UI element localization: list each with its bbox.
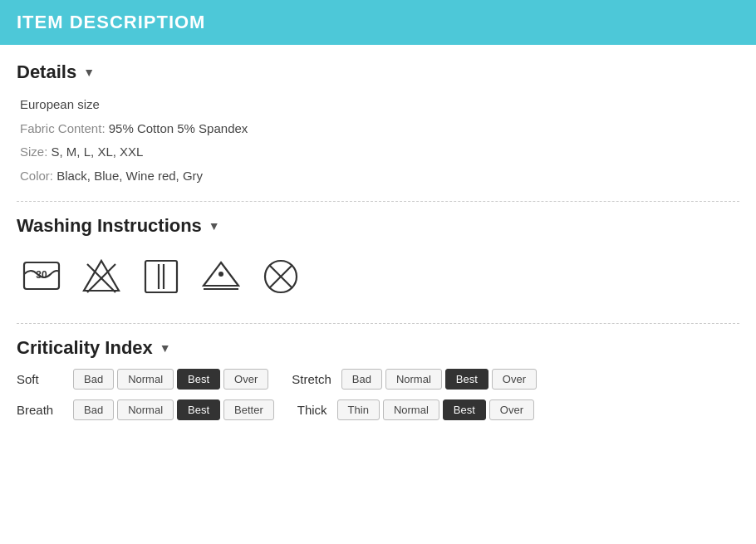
dry-icon bbox=[140, 255, 183, 298]
details-arrow-icon[interactable]: ▼ bbox=[83, 66, 95, 79]
svg-point-10 bbox=[218, 272, 223, 277]
divider-1 bbox=[17, 201, 739, 202]
breath-best-btn[interactable]: Best bbox=[177, 399, 220, 420]
european-size-line: European size bbox=[20, 93, 739, 117]
details-content: European size Fabric Content: 95% Cotton… bbox=[17, 93, 739, 188]
washing-arrow-icon[interactable]: ▼ bbox=[209, 219, 220, 233]
washing-title: Washing Instructions ▼ bbox=[17, 215, 739, 237]
breath-label: Breath bbox=[17, 403, 66, 417]
criticality-title: Criticality Index ▼ bbox=[17, 337, 739, 359]
thick-over-btn[interactable]: Over bbox=[489, 399, 534, 420]
iron-icon bbox=[199, 255, 243, 298]
washing-section: Washing Instructions ▼ 30 bbox=[17, 215, 739, 310]
thick-normal-btn[interactable]: Normal bbox=[383, 399, 439, 420]
soft-bad-btn[interactable]: Bad bbox=[73, 369, 114, 390]
criticality-arrow-icon[interactable]: ▼ bbox=[160, 341, 171, 355]
page-title: ITEM DESCRIPTIOM bbox=[17, 12, 205, 32]
washing-icons-row: 30 bbox=[17, 247, 739, 310]
details-title: Details ▼ bbox=[17, 61, 739, 83]
thick-buttons: Thin Normal Best Over bbox=[337, 399, 534, 420]
thick-thin-btn[interactable]: Thin bbox=[337, 399, 380, 420]
page-header: ITEM DESCRIPTIOM bbox=[0, 0, 756, 45]
no-dry-clean-icon bbox=[259, 255, 302, 298]
stretch-bad-btn[interactable]: Bad bbox=[341, 369, 382, 390]
svg-text:30: 30 bbox=[36, 269, 47, 281]
divider-2 bbox=[17, 323, 739, 324]
breath-bad-btn[interactable]: Bad bbox=[73, 399, 114, 420]
soft-stretch-row: Soft Bad Normal Best Over Stretch Bad No… bbox=[17, 369, 739, 390]
main-content: Details ▼ European size Fabric Content: … bbox=[0, 45, 756, 463]
no-bleach-icon bbox=[80, 255, 123, 298]
breath-buttons: Bad Normal Best Better bbox=[73, 399, 274, 420]
criticality-section: Criticality Index ▼ Soft Bad Normal Best… bbox=[17, 337, 739, 447]
stretch-buttons: Bad Normal Best Over bbox=[341, 369, 537, 390]
soft-buttons: Bad Normal Best Over bbox=[73, 369, 268, 390]
stretch-normal-btn[interactable]: Normal bbox=[385, 369, 442, 390]
soft-over-btn[interactable]: Over bbox=[223, 369, 268, 390]
stretch-over-btn[interactable]: Over bbox=[492, 369, 537, 390]
color-line: Color: Black, Blue, Wine red, Gry bbox=[20, 164, 739, 189]
breath-better-btn[interactable]: Better bbox=[223, 399, 274, 420]
size-line: Size: S, M, L, XL, XXL bbox=[20, 140, 739, 164]
breath-normal-btn[interactable]: Normal bbox=[117, 399, 174, 420]
stretch-label: Stretch bbox=[292, 372, 331, 386]
thick-best-btn[interactable]: Best bbox=[443, 399, 486, 420]
wash-30-icon: 30 bbox=[20, 255, 63, 298]
soft-normal-btn[interactable]: Normal bbox=[117, 369, 174, 390]
thick-label: Thick bbox=[297, 403, 327, 417]
svg-rect-6 bbox=[145, 261, 177, 292]
fabric-line: Fabric Content: 95% Cotton 5% Spandex bbox=[20, 117, 739, 141]
breath-thick-row: Breath Bad Normal Best Better Thick Thin… bbox=[17, 399, 739, 420]
soft-best-btn[interactable]: Best bbox=[177, 369, 220, 390]
soft-label: Soft bbox=[17, 372, 66, 386]
details-section: Details ▼ European size Fabric Content: … bbox=[17, 61, 739, 188]
stretch-best-btn[interactable]: Best bbox=[445, 369, 488, 390]
